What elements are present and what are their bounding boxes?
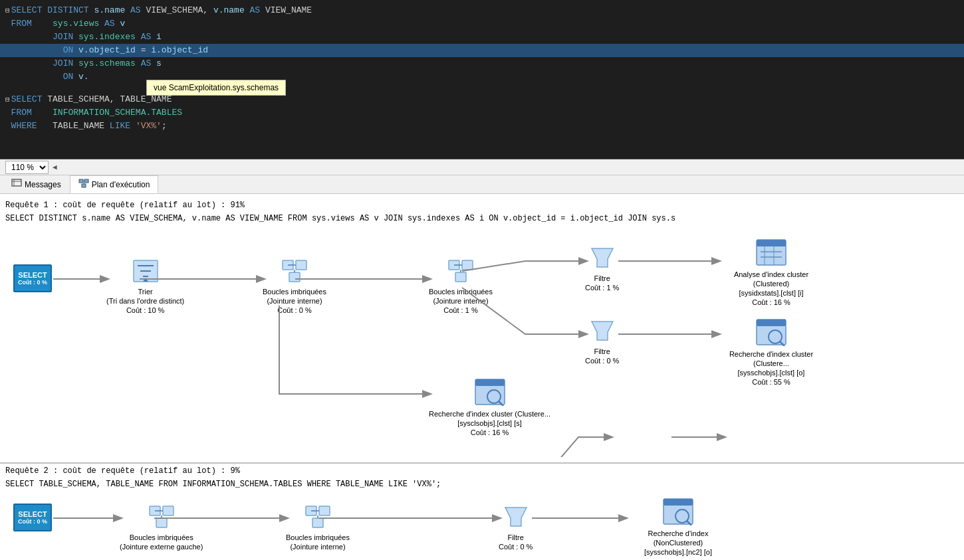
analyse-label: Analyse d'index cluster (Clustered) [sys… [718, 270, 824, 307]
zoom-select[interactable]: 110 % 100 % 125 % 150 % [5, 161, 49, 174]
svg-rect-25 [455, 272, 466, 282]
blank-line [0, 84, 964, 93]
query1-header-line1: Requête 1 : coût de requête (relatif au … [0, 198, 964, 211]
messages-icon [11, 179, 22, 190]
code-editor: ⊟ SELECT DISTINCT s.name AS VIEW_SCHEMA,… [0, 0, 964, 159]
query1-section: Requête 1 : coût de requête (relatif au … [0, 194, 964, 464]
tooltip: vue ScamExploitation.sys.schemas [146, 80, 286, 96]
query1-plan: SELECT Coût : 0 % Trier ( [0, 225, 964, 457]
query1-boucles2-node[interactable]: Boucles imbriquées (Jointure interne) Co… [429, 258, 493, 315]
trier-label: Trier (Tri dans l'ordre distinct) Coût :… [106, 287, 184, 315]
select-label: SELECT [18, 271, 47, 279]
query1-trier-node[interactable]: Trier (Tri dans l'ordre distinct) Coût :… [106, 258, 184, 315]
query2-boucles1-node[interactable]: Boucles imbriquées (Jointure externe gau… [120, 504, 203, 551]
plan-icon [78, 179, 89, 190]
svg-rect-51 [156, 518, 167, 527]
query2-plan: SELECT Coût : 0 % Boucles imbriquée [0, 490, 964, 560]
query2-recherche-node[interactable]: Recherche d'index (NonClustered) [syssch… [625, 497, 731, 557]
filtre1-label: Filtre Coût : 1 % [585, 274, 619, 292]
tab-plan[interactable]: Plan d'exécution [70, 175, 159, 193]
zoom-bar: 110 % 100 % 125 % 150 % ◀ [0, 159, 964, 175]
tab-messages-label: Messages [25, 180, 61, 189]
q2-boucles1-label: Boucles imbriquées (Jointure externe gau… [120, 533, 203, 551]
svg-rect-5 [82, 184, 86, 187]
svg-rect-55 [319, 506, 330, 515]
expand-icon-7[interactable]: ⊟ [5, 93, 10, 106]
query2-filtre-node[interactable]: Filtre Coût : 0 % [499, 504, 533, 551]
svg-rect-24 [462, 260, 473, 270]
query1-header-line2: SELECT DISTINCT s.name AS VIEW_SCHEMA, v… [0, 211, 957, 225]
query2-boucles2-node[interactable]: Boucles imbriquées (Jointure interne) [286, 504, 350, 551]
code-line-9: WHERE TABLE_NAME LIKE 'VX%' ; [0, 120, 964, 133]
query1-boucles1-node[interactable]: Boucles imbriquées (Jointure interne) Co… [263, 258, 326, 315]
query2-select-node[interactable]: SELECT Coût : 0 % [13, 504, 52, 531]
code-line-5: JOIN sys.schemas AS s [0, 57, 964, 70]
code-line-4: ON v.object_id = i.object_id [0, 44, 964, 57]
recherche2-label: Recherche d'index cluster (Clustere... [… [429, 409, 550, 437]
query1-filtre1-node[interactable]: Filtre Coût : 1 % [585, 244, 619, 292]
svg-rect-31 [757, 240, 786, 246]
query1-analyse-node[interactable]: Analyse d'index cluster (Clustered) [sys… [718, 238, 824, 307]
select-cost: Coût : 0 % [18, 279, 47, 286]
svg-rect-50 [163, 506, 174, 515]
filtre2-label: Filtre Coût : 0 % [585, 347, 619, 365]
q2-select-cost: Coût : 0 % [18, 518, 47, 525]
svg-rect-56 [312, 518, 323, 527]
svg-rect-4 [84, 179, 88, 183]
recherche1-label: Recherche d'index cluster (Clustere... [… [718, 349, 824, 387]
svg-rect-41 [475, 379, 505, 386]
q2-filtre-label: Filtre Coût : 0 % [499, 533, 533, 551]
boucles2-label: Boucles imbriquées (Jointure interne) Co… [429, 287, 493, 315]
svg-marker-28 [592, 248, 613, 267]
svg-rect-19 [296, 260, 306, 270]
code-line-1: ⊟ SELECT DISTINCT s.name AS VIEW_SCHEMA,… [0, 4, 964, 17]
q2-select-label: SELECT [18, 510, 47, 518]
svg-marker-29 [592, 322, 613, 340]
boucles1-label: Boucles imbriquées (Jointure interne) Co… [263, 287, 326, 315]
svg-marker-59 [505, 508, 527, 526]
svg-rect-37 [757, 320, 786, 326]
code-line-2: FROM sys.views AS v [0, 17, 964, 31]
tab-bar: Messages Plan d'exécution [0, 175, 964, 194]
tab-plan-label: Plan d'exécution [92, 180, 150, 189]
svg-rect-20 [289, 272, 300, 282]
q2-recherche-label: Recherche d'index (NonClustered) [syssch… [625, 529, 731, 557]
expand-icon-1[interactable]: ⊟ [5, 4, 10, 17]
query2-header-line1: Requête 2 : coût de requête (relatif au … [0, 464, 964, 477]
query2-section: Requête 2 : coût de requête (relatif au … [0, 464, 964, 560]
svg-rect-61 [663, 499, 693, 506]
query1-filtre2-node[interactable]: Filtre Coût : 0 % [585, 318, 619, 365]
code-line-7: ⊟ SELECT TABLE_SCHEMA, TABLE_NAME [0, 93, 964, 106]
query2-header-line2: SELECT TABLE_SCHEMA, TABLE_NAME FROM INF… [0, 477, 957, 490]
svg-rect-0 [12, 179, 21, 186]
code-line-8: FROM INFORMATION_SCHEMA.TABLES [0, 106, 964, 120]
results-area: Requête 1 : coût de requête (relatif au … [0, 194, 964, 560]
q2-boucles2-label: Boucles imbriquées (Jointure interne) [286, 533, 350, 551]
query1-recherche2-node[interactable]: Recherche d'index cluster (Clustere... [… [429, 377, 550, 437]
code-line-3: JOIN sys.indexes AS i [0, 31, 964, 44]
tab-messages[interactable]: Messages [3, 175, 70, 193]
code-line-6: ON v. [0, 70, 964, 84]
query1-select-node[interactable]: SELECT Coût : 0 % [13, 264, 52, 292]
svg-rect-3 [79, 179, 83, 183]
scroll-left-icon[interactable]: ◀ [53, 163, 57, 171]
query1-recherche1-node[interactable]: Recherche d'index cluster (Clustere... [… [718, 318, 824, 387]
